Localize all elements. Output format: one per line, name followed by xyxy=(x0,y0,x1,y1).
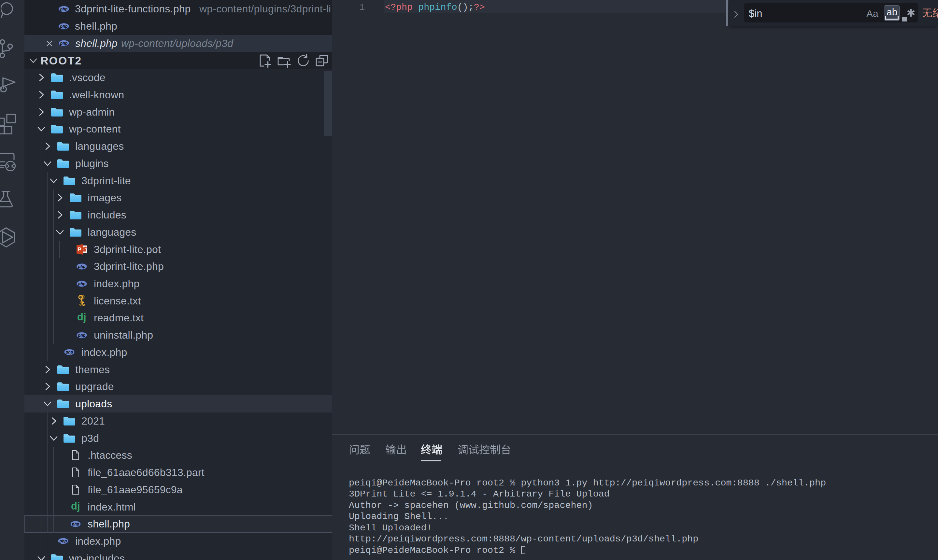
svg-text:php: php xyxy=(60,7,68,11)
svg-text:php: php xyxy=(78,333,86,338)
svg-text:php: php xyxy=(65,350,73,355)
svg-text:php: php xyxy=(72,522,80,526)
svg-text:php: php xyxy=(78,265,86,269)
svg-text:php: php xyxy=(60,41,68,46)
svg-text:php: php xyxy=(60,24,68,29)
svg-text:php: php xyxy=(59,539,67,543)
svg-text:P: P xyxy=(77,246,81,253)
svg-text:php: php xyxy=(78,282,86,286)
